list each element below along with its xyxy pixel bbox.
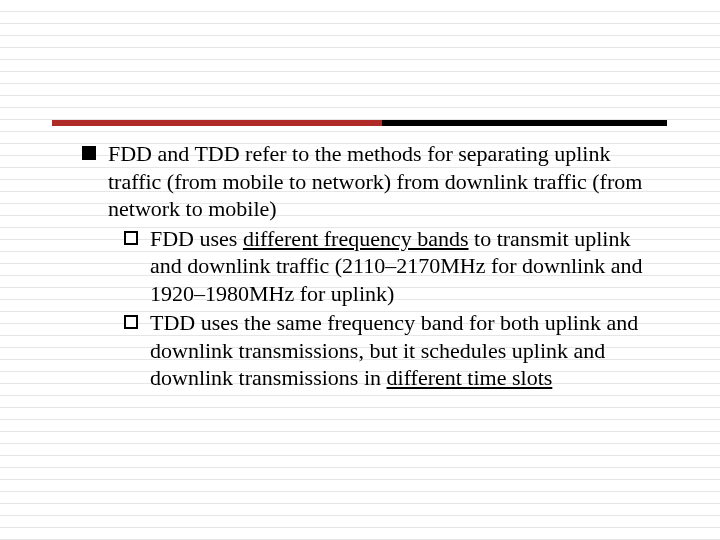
sub-bullet-2-text: TDD uses the same frequency band for bot…	[150, 309, 660, 392]
sub1-underlined: different frequency bands	[243, 226, 469, 251]
divider-red	[52, 120, 382, 126]
divider-black	[382, 120, 667, 126]
sub-bullet-1: FDD uses different frequency bands to tr…	[0, 225, 720, 308]
bullet-outline-icon	[124, 315, 138, 329]
sub-bullet-2: TDD uses the same frequency band for bot…	[0, 309, 720, 392]
sub1-prefix: FDD uses	[150, 226, 243, 251]
bullet-main: FDD and TDD refer to the methods for sep…	[0, 140, 720, 223]
bullet-outline-icon	[124, 231, 138, 245]
bullet-main-content: FDD and TDD refer to the methods for sep…	[108, 141, 642, 221]
bullet-filled-icon	[82, 146, 96, 160]
slide-content: FDD and TDD refer to the methods for sep…	[0, 0, 720, 392]
bullet-main-text: FDD and TDD refer to the methods for sep…	[108, 140, 660, 223]
sub2-underlined: different time slots	[387, 365, 553, 390]
sub-bullet-1-text: FDD uses different frequency bands to tr…	[150, 225, 660, 308]
